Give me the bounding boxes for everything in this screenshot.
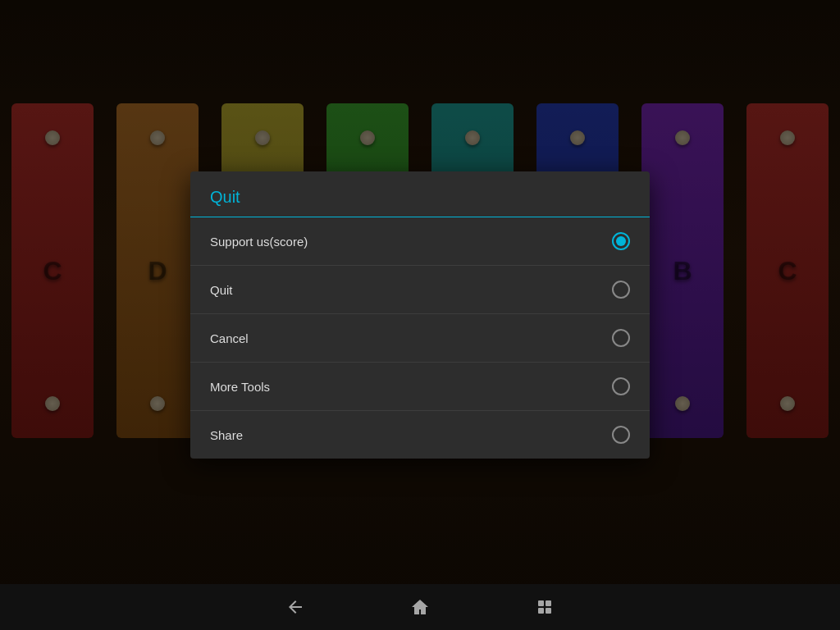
radio-support-us xyxy=(612,232,630,250)
dialog-item-list: Support us(score) Quit Cancel More Tools… xyxy=(190,217,650,459)
item-label-support-us: Support us(score) xyxy=(210,235,308,249)
radio-share xyxy=(612,426,630,444)
home-button[interactable] xyxy=(407,594,433,620)
svg-rect-0 xyxy=(538,600,544,606)
recents-icon xyxy=(535,597,555,617)
dialog-item-cancel[interactable]: Cancel xyxy=(190,314,650,363)
home-icon xyxy=(410,597,430,617)
quit-dialog: Quit Support us(score) Quit Cancel More … xyxy=(190,171,650,459)
dialog-item-more-tools[interactable]: More Tools xyxy=(190,363,650,411)
dialog-item-share[interactable]: Share xyxy=(190,411,650,459)
back-button[interactable] xyxy=(282,594,308,620)
item-label-more-tools: More Tools xyxy=(210,380,270,394)
item-label-quit: Quit xyxy=(210,283,233,297)
recents-button[interactable] xyxy=(532,594,558,620)
dialog-title: Quit xyxy=(210,188,240,206)
radio-more-tools xyxy=(612,377,630,395)
item-label-share: Share xyxy=(210,428,243,442)
nav-bar xyxy=(0,584,840,630)
item-label-cancel: Cancel xyxy=(210,331,249,345)
dialog-item-quit[interactable]: Quit xyxy=(190,266,650,314)
svg-rect-3 xyxy=(546,608,551,614)
svg-rect-2 xyxy=(538,608,544,614)
svg-rect-1 xyxy=(546,600,551,606)
radio-cancel xyxy=(612,329,630,347)
radio-quit xyxy=(612,281,630,299)
back-icon xyxy=(285,597,305,617)
dialog-header: Quit xyxy=(190,171,650,217)
dialog-item-support-us[interactable]: Support us(score) xyxy=(190,217,650,266)
